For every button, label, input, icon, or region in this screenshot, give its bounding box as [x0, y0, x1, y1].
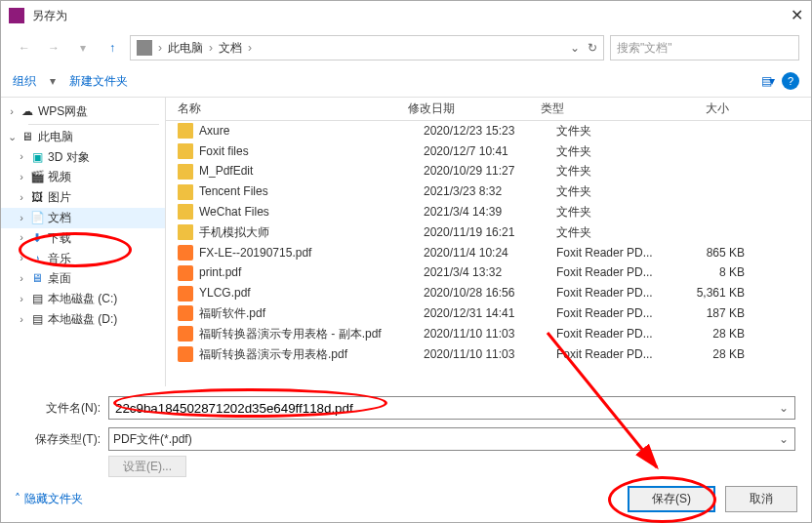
file-list: 名称 修改日期 类型 大小 Axure2020/12/23 15:23文件夹Fo… — [166, 98, 811, 386]
file-date: 2020/12/7 10:41 — [424, 143, 556, 160]
breadcrumb-sep: › — [158, 40, 162, 57]
filetype-select[interactable]: PDF文件(*.pdf)⌄ — [108, 427, 795, 451]
file-row[interactable]: YLCG.pdf2020/10/28 16:56Foxit Reader PD.… — [166, 283, 811, 303]
tree-item-documents[interactable]: ›📄文档 — [1, 208, 165, 228]
pdf-icon — [178, 326, 193, 342]
tree-item-desktop[interactable]: ›🖥桌面 — [1, 268, 165, 289]
cancel-button[interactable]: 取消 — [725, 486, 797, 512]
filename-label: 文件名(N): — [17, 400, 108, 417]
pdf-icon — [178, 346, 193, 362]
new-folder-button[interactable]: 新建文件夹 — [69, 73, 128, 90]
pc-icon — [137, 40, 152, 56]
refresh-icon[interactable]: ↻ — [588, 40, 597, 57]
col-size[interactable]: 大小 — [656, 101, 735, 117]
file-name: 福昕转换器演示专用表格.pdf — [199, 346, 424, 363]
file-row[interactable]: FX-LE--20190715.pdf2020/11/4 10:24Foxit … — [166, 243, 811, 263]
file-name: 福昕转换器演示专用表格 - 副本.pdf — [199, 326, 424, 342]
file-row[interactable]: 福昕转换器演示专用表格.pdf2020/11/10 11:03Foxit Rea… — [166, 344, 811, 365]
file-type: Foxit Reader PD... — [556, 264, 671, 281]
file-type: Foxit Reader PD... — [556, 326, 671, 342]
settings-button[interactable]: 设置(E)... — [108, 456, 186, 477]
file-name: Axure — [199, 123, 424, 140]
chevron-down-icon[interactable]: ⌄ — [570, 40, 580, 57]
folder-icon — [178, 143, 193, 159]
file-name: 手机模拟大师 — [199, 224, 424, 241]
file-type: 文件夹 — [556, 163, 671, 180]
file-date: 2020/11/4 10:24 — [424, 245, 556, 262]
file-type: 文件夹 — [556, 123, 671, 140]
disk-icon: ▤ — [29, 311, 45, 327]
folder-icon — [178, 204, 193, 220]
file-type: Foxit Reader PD... — [556, 346, 671, 363]
tree-item-downloads[interactable]: ›⬇下载 — [1, 228, 165, 249]
chevron-down-icon[interactable]: ⌄ — [777, 431, 791, 448]
tree-item-disk-c[interactable]: ›▤本地磁盘 (C:) — [1, 289, 165, 309]
breadcrumb-folder[interactable]: 文档 — [219, 40, 242, 57]
col-date[interactable]: 修改日期 — [408, 101, 541, 117]
file-header[interactable]: 名称 修改日期 类型 大小 — [166, 98, 811, 121]
file-name: WeChat Files — [199, 204, 424, 221]
window-title: 另存为 — [32, 8, 791, 24]
file-type: 文件夹 — [556, 183, 671, 200]
save-button[interactable]: 保存(S) — [628, 486, 715, 512]
breadcrumb-root[interactable]: 此电脑 — [168, 40, 203, 57]
tree-item-music[interactable]: ›♪音乐 — [1, 249, 165, 269]
tree-item-disk-d[interactable]: ›▤本地磁盘 (D:) — [1, 309, 165, 330]
file-size: 8 KB — [671, 264, 751, 281]
tree-item-pictures[interactable]: ›🖼图片 — [1, 187, 165, 208]
cube-icon: ▣ — [29, 149, 45, 165]
file-date: 2021/3/23 8:32 — [424, 183, 556, 200]
file-row[interactable]: 福昕转换器演示专用表格 - 副本.pdf2020/11/10 11:03Foxi… — [166, 324, 811, 344]
folder-icon — [178, 224, 193, 240]
file-date: 2020/10/29 11:27 — [424, 163, 556, 180]
search-input[interactable]: 搜索"文档" — [610, 35, 799, 60]
file-date: 2020/11/10 11:03 — [424, 346, 556, 363]
folder-icon — [178, 123, 193, 139]
file-row[interactable]: 手机模拟大师2020/11/19 16:21文件夹 — [166, 222, 811, 243]
file-name: M_PdfEdit — [199, 163, 424, 180]
file-type: Foxit Reader PD... — [556, 305, 671, 322]
file-date: 2020/11/19 16:21 — [424, 224, 556, 241]
pc-icon: 🖥 — [20, 129, 35, 144]
file-size: 5,361 KB — [671, 285, 751, 302]
documents-icon: 📄 — [29, 210, 45, 225]
view-mode-button[interactable]: ▤▾ — [761, 73, 772, 90]
video-icon: 🎬 — [29, 170, 45, 185]
hide-folders-link[interactable]: ˄隐藏文件夹 — [15, 491, 83, 507]
pdf-icon — [178, 286, 193, 302]
file-name: print.pdf — [199, 264, 424, 281]
file-row[interactable]: Tencent Files2021/3/23 8:32文件夹 — [166, 181, 811, 202]
organize-button[interactable]: 组织 — [13, 73, 36, 90]
pdf-icon — [178, 245, 193, 261]
file-row[interactable]: Axure2020/12/23 15:23文件夹 — [166, 121, 811, 141]
close-icon[interactable]: ✕ — [791, 5, 803, 26]
file-date: 2020/10/28 16:56 — [424, 285, 556, 302]
music-icon: ♪ — [29, 251, 45, 266]
col-name[interactable]: 名称 — [178, 101, 408, 117]
pdf-icon — [178, 265, 193, 281]
address-bar[interactable]: › 此电脑 › 文档 › ⌄↻ — [130, 35, 604, 60]
file-name: 福昕软件.pdf — [199, 305, 424, 322]
navbar: ← → ▾ ↑ › 此电脑 › 文档 › ⌄↻ 搜索"文档" — [1, 30, 811, 65]
tree-item-this-pc[interactable]: ⌄🖥此电脑 — [1, 127, 165, 147]
folder-icon — [178, 164, 193, 180]
file-row[interactable]: Foxit files2020/12/7 10:41文件夹 — [166, 141, 811, 162]
file-row[interactable]: 福昕软件.pdf2020/12/31 14:41Foxit Reader PD.… — [166, 303, 811, 324]
file-type: 文件夹 — [556, 204, 671, 221]
tree-item-3d[interactable]: ›▣3D 对象 — [1, 147, 165, 168]
filename-input[interactable]: ⌄ — [108, 396, 795, 420]
file-row[interactable]: WeChat Files2021/3/4 14:39文件夹 — [166, 202, 811, 222]
tree-panel: ›☁WPS网盘 ⌄🖥此电脑 ›▣3D 对象 ›🎬视频 ›🖼图片 ›📄文档 ›⬇下… — [1, 98, 166, 386]
up-icon[interactable]: ↑ — [101, 36, 124, 60]
chevron-down-icon[interactable]: ⌄ — [777, 400, 791, 417]
col-type[interactable]: 类型 — [541, 101, 656, 117]
file-row[interactable]: print.pdf2021/3/4 13:32Foxit Reader PD..… — [166, 262, 811, 283]
file-row[interactable]: M_PdfEdit2020/10/29 11:27文件夹 — [166, 161, 811, 181]
tree-item-wps[interactable]: ›☁WPS网盘 — [1, 101, 165, 122]
help-icon[interactable]: ? — [782, 72, 799, 90]
back-icon[interactable]: ← — [13, 36, 36, 60]
tree-item-videos[interactable]: ›🎬视频 — [1, 167, 165, 187]
file-name: Foxit files — [199, 143, 424, 160]
cloud-icon: ☁ — [20, 103, 35, 119]
chevron-down-icon[interactable]: ▾ — [71, 36, 95, 60]
